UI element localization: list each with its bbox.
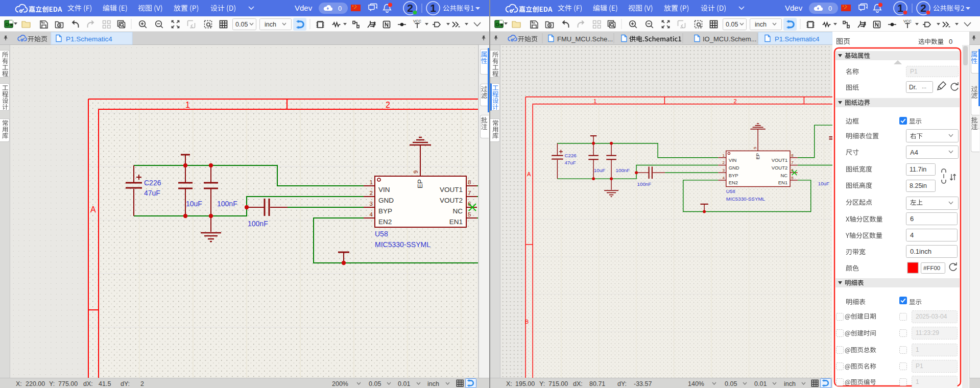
svg-text:8: 8	[791, 153, 794, 158]
svg-text:GND: GND	[729, 165, 739, 171]
svg-text:0.05: 0.05	[235, 21, 248, 28]
svg-text:0.01: 0.01	[398, 380, 410, 387]
svg-text:-33.57: -33.57	[634, 380, 652, 387]
svg-text:1: 1	[593, 98, 596, 104]
svg-text:1: 1	[916, 346, 919, 353]
svg-text:11.7in: 11.7in	[910, 166, 926, 173]
svg-text:11:23:29: 11:23:29	[916, 329, 939, 336]
svg-text:MIC5330-SSYML: MIC5330-SSYML	[726, 196, 766, 202]
svg-text:8.25in: 8.25in	[910, 182, 927, 189]
svg-text:inch: inch	[784, 380, 796, 387]
svg-text:FMU_MCU.Sche...: FMU_MCU.Sche...	[557, 35, 613, 43]
svg-text:5: 5	[468, 211, 471, 217]
svg-text:inch: inch	[265, 21, 276, 28]
svg-text:IO_MCU.Schem...: IO_MCU.Schem...	[703, 35, 756, 43]
svg-text:1: 1	[430, 2, 436, 14]
svg-text:7: 7	[791, 160, 794, 165]
svg-text:41.5: 41.5	[99, 380, 111, 387]
svg-text:2: 2	[386, 101, 390, 109]
svg-text:1: 1	[370, 179, 373, 185]
svg-text:dY:: dY:	[121, 380, 130, 387]
svg-text:4: 4	[370, 211, 373, 217]
svg-text:dX:: dX:	[83, 380, 93, 387]
svg-text:0.05: 0.05	[725, 380, 737, 387]
svg-text:715.00: 715.00	[548, 380, 568, 387]
svg-text:EP: EP	[755, 153, 760, 160]
svg-text:MIC5330-SSYML: MIC5330-SSYML	[375, 240, 431, 249]
svg-text:U58: U58	[726, 188, 736, 194]
svg-text:220.00: 220.00	[26, 380, 45, 387]
svg-text:BYP: BYP	[729, 173, 738, 178]
svg-text:0: 0	[338, 5, 342, 12]
svg-text:2: 2	[920, 2, 926, 14]
svg-text:#FF00: #FF00	[923, 265, 940, 271]
svg-text:5: 5	[791, 176, 794, 180]
svg-text:100nF: 100nF	[637, 181, 652, 187]
svg-text:VOUT1: VOUT1	[440, 186, 463, 193]
svg-text:2: 2	[370, 190, 373, 196]
svg-text:dX:: dX:	[573, 380, 583, 387]
svg-text:EN2: EN2	[729, 180, 738, 185]
svg-text:Vdev: Vdev	[295, 4, 313, 12]
svg-text:EN1: EN1	[778, 180, 787, 185]
svg-text:EP: EP	[416, 179, 424, 188]
svg-text:NC: NC	[453, 207, 463, 215]
svg-text:2: 2	[734, 98, 737, 104]
svg-text:0.01: 0.01	[754, 380, 767, 387]
svg-text:3: 3	[370, 201, 373, 207]
svg-text:...: ...	[922, 83, 926, 89]
svg-text:0.05: 0.05	[726, 21, 738, 28]
svg-text:100nF: 100nF	[616, 167, 630, 173]
svg-text:140%: 140%	[688, 380, 704, 387]
svg-text:0.05: 0.05	[369, 380, 381, 387]
svg-text:VIN: VIN	[378, 186, 390, 193]
svg-text:NC: NC	[781, 173, 788, 178]
svg-text:Y:: Y:	[539, 380, 545, 387]
svg-text:100nF: 100nF	[248, 220, 268, 228]
svg-text:X:: X:	[506, 380, 512, 387]
svg-text:1: 1	[723, 153, 725, 158]
svg-text:8: 8	[468, 179, 471, 185]
svg-text:1: 1	[185, 101, 190, 109]
svg-text:100nF: 100nF	[217, 200, 237, 208]
svg-text:GND: GND	[378, 197, 394, 204]
svg-text:P1: P1	[910, 68, 918, 75]
svg-text:3: 3	[723, 168, 725, 173]
svg-text:A4: A4	[910, 149, 918, 156]
svg-text:2: 2	[140, 380, 144, 387]
svg-text:BYP: BYP	[378, 207, 392, 215]
svg-text:1: 1	[897, 2, 903, 14]
svg-text:9: 9	[413, 171, 419, 174]
svg-text:C226: C226	[564, 153, 577, 158]
svg-text:80.71: 80.71	[589, 380, 605, 387]
svg-text:VOUT2: VOUT2	[440, 197, 463, 204]
svg-text:4: 4	[910, 231, 914, 239]
svg-text:0: 0	[828, 5, 832, 12]
svg-text:2025-03-04: 2025-03-04	[916, 313, 947, 320]
svg-text:47uF: 47uF	[564, 160, 576, 165]
svg-text:B: B	[525, 319, 529, 325]
svg-text:200%: 200%	[332, 380, 348, 387]
svg-text:VOUT1: VOUT1	[772, 157, 787, 163]
svg-text:10uF: 10uF	[594, 167, 605, 173]
svg-text:4: 4	[723, 176, 725, 180]
svg-text:Vdev: Vdev	[785, 4, 803, 12]
svg-text:775.00: 775.00	[58, 380, 78, 387]
svg-text:7: 7	[468, 190, 471, 196]
svg-text:U58: U58	[375, 230, 388, 238]
svg-text:VOUT2: VOUT2	[772, 165, 787, 171]
svg-text:0.1inch: 0.1inch	[910, 248, 931, 255]
svg-text:EN1: EN1	[449, 218, 463, 226]
svg-text:P1.Schematic4: P1.Schematic4	[66, 35, 112, 43]
svg-text:dY:: dY:	[617, 380, 627, 387]
svg-text:9: 9	[753, 147, 757, 149]
svg-text:inch: inch	[427, 380, 439, 387]
svg-text:10uF: 10uF	[818, 181, 829, 186]
svg-text:P1: P1	[916, 362, 923, 370]
svg-text:VIN: VIN	[729, 157, 737, 163]
svg-text:A: A	[527, 171, 531, 177]
svg-text:6: 6	[910, 215, 914, 223]
svg-text:C226: C226	[144, 179, 161, 187]
svg-text:Dr.: Dr.	[909, 84, 917, 91]
svg-text:X:: X:	[16, 380, 22, 387]
